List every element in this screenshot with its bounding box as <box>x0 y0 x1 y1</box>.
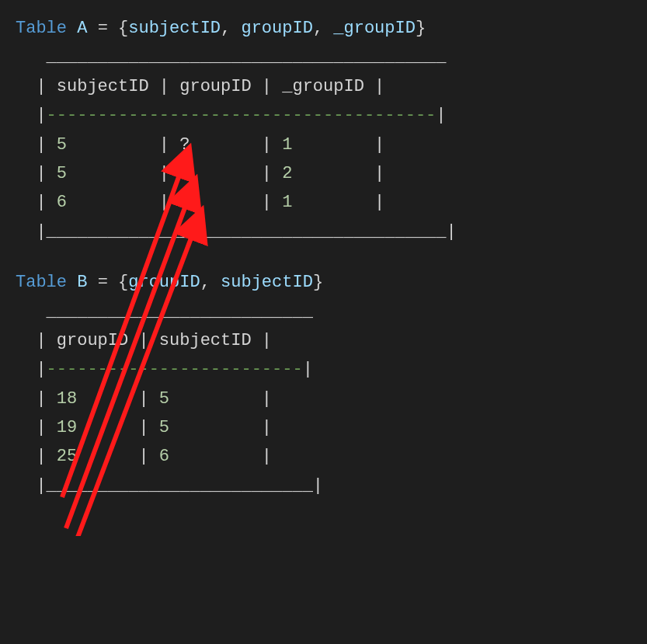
table-a-row: | 5 | ? | 2 | <box>16 159 631 188</box>
table-b-block: Table B = {groupID, subjectID} _________… <box>16 268 631 500</box>
keyword-table: Table <box>16 273 67 292</box>
table-b-row: | 18 | 5 | <box>16 385 631 413</box>
table-b-row: | 25 | 6 | <box>16 442 631 471</box>
table-b-topborder: __________________________ <box>16 298 631 326</box>
table-b-row: | 19 | 5 | <box>16 413 631 442</box>
table-a-bottomborder: |_______________________________________… <box>16 218 631 246</box>
table-a-dashes: |--------------------------------------| <box>16 101 631 130</box>
table-b-header: | groupID | subjectID | <box>16 326 631 355</box>
table-a-row: | 6 | ? | 1 | <box>16 188 631 217</box>
table-a-header: | subjectID | groupID | _groupID | <box>16 72 631 101</box>
table-b-name: B <box>77 273 87 292</box>
table-b-dashes: |-------------------------| <box>16 355 631 384</box>
table-a-block: Table A = {subjectID, groupID, _groupID}… <box>16 14 631 246</box>
table-a-name: A <box>77 19 87 38</box>
table-a-topborder: _______________________________________ <box>16 43 631 71</box>
table-a-row: | 5 | ? | 1 | <box>16 131 631 159</box>
table-b-decl: Table B = {groupID, subjectID} <box>16 268 631 297</box>
table-b-bottomborder: |__________________________| <box>16 472 631 500</box>
keyword-table: Table <box>16 19 67 38</box>
table-a-decl: Table A = {subjectID, groupID, _groupID} <box>16 14 631 43</box>
